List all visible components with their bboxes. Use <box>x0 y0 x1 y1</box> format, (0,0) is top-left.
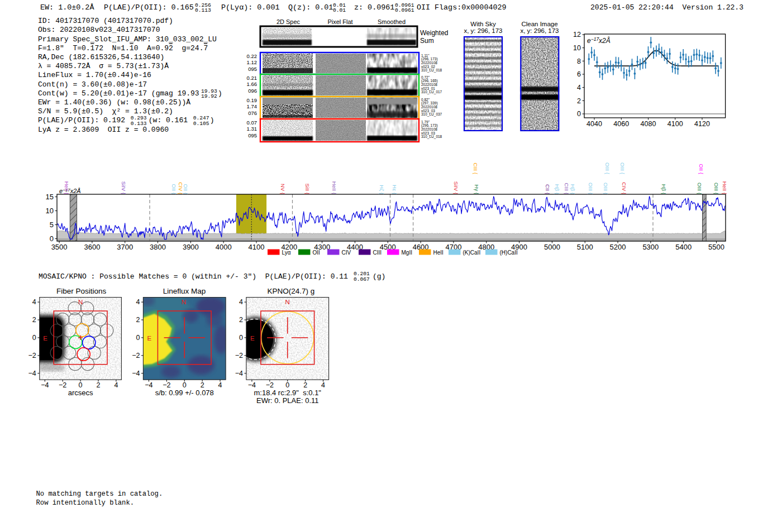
svg-text:4: 4 <box>136 298 140 306</box>
svg-text:10: 10 <box>573 44 581 52</box>
svg-text:1.66: 1.66 <box>247 81 258 87</box>
svg-text:2: 2 <box>32 316 36 324</box>
svg-text:x, y: 296, 173: x, y: 296, 173 <box>520 27 559 34</box>
svg-text:4100: 4100 <box>667 120 683 128</box>
svg-text:LyA z = 2.3609 OII z = 0.0960: LyA z = 2.3609 OII z = 0.0960 <box>38 126 169 134</box>
svg-text:0.067: 0.067 <box>354 276 370 282</box>
svg-text:2: 2 <box>201 381 204 389</box>
svg-text:−2: −2 <box>132 352 140 360</box>
svg-text:2: 2 <box>136 316 140 324</box>
svg-text:0: 0 <box>50 234 54 243</box>
svg-text:E: E <box>250 335 255 342</box>
svg-text:096: 096 <box>248 88 257 94</box>
svg-text:5400: 5400 <box>675 243 692 251</box>
svg-text:−2: −2 <box>266 381 274 389</box>
svg-text:Weighted: Weighted <box>420 29 448 37</box>
svg-text:0.19: 0.19 <box>247 97 258 103</box>
svg-text:Flags:0x00004029: Flags:0x00004029 <box>435 3 507 12</box>
svg-text:2: 2 <box>303 381 307 389</box>
svg-text:0.22: 0.22 <box>247 53 258 59</box>
svg-text:2: 2 <box>577 97 581 105</box>
svg-text:With Sky: With Sky <box>470 21 496 27</box>
svg-text:4040: 4040 <box>586 120 602 128</box>
svg-text:5200: 5200 <box>610 243 626 251</box>
svg-text:Hγ {: Hγ { <box>474 185 480 194</box>
svg-text:OII {: OII { <box>698 164 704 174</box>
svg-text:2: 2 <box>239 316 243 324</box>
svg-text:Primary Spec_Slot_IFU_AMP: 310: Primary Spec_Slot_IFU_AMP: 310_033_002_L… <box>38 35 217 44</box>
svg-text:4: 4 <box>114 381 118 389</box>
svg-text:Hζ {: Hζ { <box>379 185 385 194</box>
svg-text:310_LU_018: 310_LU_018 <box>421 68 442 73</box>
svg-text:ID: 4017317070 (4017317070.pdf: ID: 4017317070 (4017317070.pdf) <box>38 17 173 25</box>
svg-text:4: 4 <box>577 84 581 92</box>
svg-text:): ) <box>210 116 214 124</box>
svg-text:SiIV {: SiIV { <box>121 181 127 194</box>
svg-text:0.01: 0.01 <box>333 7 346 13</box>
svg-text:Clean Image: Clean Image <box>521 21 557 27</box>
svg-text:(w: 0.161: (w: 0.161 <box>149 116 188 124</box>
svg-text:−2: −2 <box>59 381 66 389</box>
svg-text:0: 0 <box>183 381 187 389</box>
svg-text:Cont(n) = 3.60(±0.08)e-17: Cont(n) = 3.60(±0.08)e-17 <box>38 80 147 89</box>
svg-text:0.07: 0.07 <box>247 119 258 126</box>
svg-text:HeII {: HeII { <box>722 181 728 194</box>
svg-text:−4: −4 <box>41 381 49 389</box>
svg-text:P(LAE)/P(OII): 0.165: P(LAE)/P(OII): 0.165 <box>104 3 194 12</box>
svg-text:12: 12 <box>573 31 581 39</box>
svg-text:CIII: CIII <box>373 250 382 256</box>
svg-text:3500: 3500 <box>51 243 68 251</box>
svg-text:Pixel Flat: Pixel Flat <box>327 18 352 25</box>
svg-text:OII: OII <box>313 250 320 256</box>
svg-text:−4: −4 <box>132 370 140 377</box>
svg-text:0.0961: 0.0961 <box>395 7 414 13</box>
svg-text:095: 095 <box>248 132 257 138</box>
svg-text:1.74: 1.74 <box>247 103 258 109</box>
svg-text:EWr = 1.40(±0.36) (w: 0.98(±0.: EWr = 1.40(±0.36) (w: 0.98(±0.25))Å <box>38 98 190 107</box>
svg-text:OIII {: OIII { <box>619 162 626 174</box>
svg-text:2: 2 <box>97 381 101 389</box>
svg-text:−2: −2 <box>28 352 36 360</box>
svg-text:310_LU_017: 310_LU_017 <box>421 90 442 94</box>
svg-text:0: 0 <box>285 381 289 389</box>
svg-text:4: 4 <box>239 298 243 306</box>
svg-text:EW: 1.0±0.2Å: EW: 1.0±0.2Å <box>40 3 94 12</box>
svg-text:1.12: 1.12 <box>247 59 258 65</box>
svg-text:−2: −2 <box>235 352 243 360</box>
svg-text:Fiber Positions: Fiber Positions <box>56 287 107 295</box>
svg-text:310_LU_037: 310_LU_037 <box>421 112 442 117</box>
svg-text:15: 15 <box>46 193 54 201</box>
svg-text:Hβ {: Hβ { <box>661 184 667 194</box>
svg-text:0.133: 0.133 <box>131 121 147 127</box>
svg-text:MOSAIC/KPNO : Possible Matches: MOSAIC/KPNO : Possible Matches = 0 (with… <box>39 272 348 281</box>
svg-text:19.92: 19.92 <box>201 93 217 99</box>
svg-text:6: 6 <box>577 70 581 78</box>
svg-text:z: 0.0961: z: 0.0961 <box>354 3 394 12</box>
svg-text:3700: 3700 <box>117 243 133 251</box>
svg-text:(g): (g) <box>373 272 385 281</box>
svg-text:310_LU_018: 310_LU_018 <box>421 135 442 139</box>
svg-text:MgII: MgII <box>402 250 412 256</box>
svg-text:4: 4 <box>218 381 222 389</box>
svg-text:P(LAE)/P(OII): 0.192: P(LAE)/P(OII): 0.192 <box>38 116 125 124</box>
svg-text:arcsecs: arcsecs <box>68 389 93 397</box>
svg-text:N: N <box>78 299 83 305</box>
svg-text:4060: 4060 <box>613 120 629 128</box>
svg-text:N: N <box>182 299 186 305</box>
svg-text:E: E <box>43 335 47 342</box>
svg-text:Cont(w) = 5.20(±0.01)e-17 (gma: Cont(w) = 5.20(±0.01)e-17 (gmag 19.93 <box>38 89 199 98</box>
svg-text:HeII {: HeII { <box>64 181 70 194</box>
svg-text:CIII {: CIII { <box>564 183 570 194</box>
svg-text:4: 4 <box>321 381 325 389</box>
svg-text:1.31: 1.31 <box>247 126 258 132</box>
svg-text:OIII {: OIII { <box>604 162 611 174</box>
svg-text:−4: −4 <box>248 381 256 389</box>
svg-text:4080: 4080 <box>641 120 656 128</box>
svg-text:RA,Dec (182.615326,54.113640): RA,Dec (182.615326,54.113640) <box>38 53 164 61</box>
svg-text:−4: −4 <box>235 370 243 377</box>
svg-text:4: 4 <box>32 298 36 306</box>
svg-text:HeII {: HeII { <box>331 181 337 194</box>
svg-text:No matching targets in catalog: No matching targets in catalog. <box>36 490 163 498</box>
svg-text:EWr: 0. PLAE: 0.11: EWr: 0. PLAE: 0.11 <box>256 396 319 405</box>
svg-text:4000: 4000 <box>216 243 232 251</box>
